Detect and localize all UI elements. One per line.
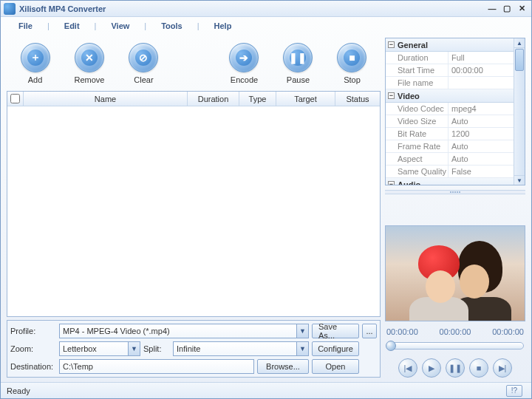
stop-button[interactable]: ■Stop: [337, 43, 366, 84]
select-all-checkbox[interactable]: [10, 94, 20, 103]
clear-button[interactable]: ⊘Clear: [129, 43, 158, 84]
open-button[interactable]: Open: [312, 359, 359, 374]
profile-more-button[interactable]: ...: [362, 324, 377, 338]
group-general[interactable]: −General: [386, 38, 514, 52]
prop-start-time[interactable]: 00:00:00: [449, 64, 514, 76]
menu-file[interactable]: File: [10, 19, 41, 33]
column-duration[interactable]: Duration: [188, 92, 239, 106]
prop-video-codec[interactable]: mpeg4: [449, 103, 514, 115]
app-title: Xilisoft MP4 Converter: [19, 4, 485, 13]
split-select[interactable]: Infinite▼: [173, 341, 309, 356]
settings-panel: Profile: MP4 - MPEG-4 Video (*.mp4)▼ Sav…: [7, 320, 381, 378]
add-button[interactable]: ＋Add: [21, 43, 50, 84]
splitter-handle[interactable]: [385, 190, 525, 194]
preview-image: [386, 226, 525, 321]
file-table: Name Duration Type Target Status: [7, 91, 381, 317]
minimize-button[interactable]: —: [485, 4, 499, 14]
menubar: File| Edit| View| Tools| Help: [1, 17, 531, 35]
prop-frame-rate[interactable]: Auto: [449, 140, 514, 152]
time-start: 00:00:00: [386, 327, 418, 336]
column-type[interactable]: Type: [239, 92, 276, 106]
zoom-label: Zoom:: [10, 344, 56, 353]
clear-icon: ⊘: [135, 50, 151, 66]
split-label: Split:: [143, 344, 170, 353]
destination-input[interactable]: C:\Temp: [59, 359, 254, 374]
column-name[interactable]: Name: [24, 92, 188, 106]
chevron-down-icon: ▼: [128, 342, 140, 355]
status-text: Ready: [7, 386, 506, 395]
pause-playback-button[interactable]: ❚❚: [446, 358, 465, 378]
scroll-thumb[interactable]: [515, 49, 524, 71]
plus-icon: ＋: [27, 50, 44, 66]
menu-edit[interactable]: Edit: [55, 19, 89, 33]
prop-file-name[interactable]: [449, 77, 514, 89]
stop-playback-button[interactable]: ■: [469, 358, 488, 378]
prop-video-size[interactable]: Auto: [449, 115, 514, 127]
profile-select[interactable]: MP4 - MPEG-4 Video (*.mp4)▼: [59, 324, 309, 338]
zoom-select[interactable]: Letterbox▼: [59, 341, 140, 356]
destination-label: Destination:: [10, 362, 56, 371]
scroll-up-icon[interactable]: ▲: [514, 38, 525, 48]
prop-same-quality[interactable]: False: [449, 166, 514, 177]
column-checkbox[interactable]: [7, 92, 24, 106]
seek-knob[interactable]: [386, 341, 396, 351]
remove-button[interactable]: ✕Remove: [75, 43, 105, 84]
maximize-button[interactable]: ▢: [500, 4, 514, 14]
group-video[interactable]: −Video: [386, 89, 514, 103]
browse-button[interactable]: Browse...: [257, 359, 309, 374]
x-icon: ✕: [81, 50, 98, 66]
scroll-down-icon[interactable]: ▼: [514, 175, 525, 185]
chevron-down-icon: ▼: [296, 342, 308, 355]
stop-icon: ■: [344, 50, 360, 66]
menu-view[interactable]: View: [102, 19, 138, 33]
app-window: Xilisoft MP4 Converter — ▢ ✕ File| Edit|…: [0, 0, 532, 399]
titlebar: Xilisoft MP4 Converter — ▢ ✕: [1, 1, 531, 17]
seek-slider[interactable]: [386, 342, 524, 349]
prop-aspect[interactable]: Auto: [449, 153, 514, 165]
menu-tools[interactable]: Tools: [152, 19, 191, 33]
save-as-button[interactable]: Save As...: [312, 324, 359, 338]
profile-label: Profile:: [10, 327, 56, 335]
collapse-icon[interactable]: −: [388, 41, 395, 48]
encode-button[interactable]: ➔Encode: [229, 43, 259, 84]
main-toolbar: ＋Add ✕Remove ⊘Clear ➔Encode ❚❚Pause ■Sto…: [7, 38, 381, 89]
statusbar: Ready !?: [1, 382, 531, 398]
properties-panel: −General DurationFull Start Time00:00:00…: [385, 38, 525, 185]
properties-scrollbar[interactable]: ▲ ▼: [514, 38, 525, 185]
group-audio[interactable]: −Audio: [386, 178, 514, 185]
collapse-icon[interactable]: −: [388, 181, 395, 185]
playback-controls: |◀ ▶ ❚❚ ■ ▶|: [385, 354, 525, 378]
play-button[interactable]: ▶: [422, 358, 441, 378]
time-end: 00:00:00: [492, 327, 524, 336]
table-body[interactable]: [7, 106, 380, 316]
pause-button[interactable]: ❚❚Pause: [283, 43, 313, 84]
prop-duration[interactable]: Full: [449, 52, 514, 64]
prop-bit-rate[interactable]: 1200: [449, 128, 514, 140]
column-status[interactable]: Status: [335, 92, 380, 106]
next-button[interactable]: ▶|: [493, 358, 512, 378]
preview-pane: [385, 225, 525, 321]
status-info-button[interactable]: !?: [506, 385, 522, 397]
menu-help[interactable]: Help: [205, 19, 241, 33]
chevron-down-icon: ▼: [296, 324, 308, 338]
close-button[interactable]: ✕: [515, 4, 528, 14]
prev-button[interactable]: |◀: [398, 358, 417, 378]
time-mid: 00:00:00: [440, 327, 471, 336]
app-icon: [4, 3, 16, 15]
encode-icon: ➔: [236, 50, 252, 66]
collapse-icon[interactable]: −: [388, 92, 395, 99]
pause-icon: ❚❚: [290, 50, 306, 66]
configure-button[interactable]: Configure: [312, 341, 359, 356]
column-target[interactable]: Target: [276, 92, 335, 106]
timecodes: 00:00:00 00:00:00 00:00:00: [385, 326, 525, 338]
